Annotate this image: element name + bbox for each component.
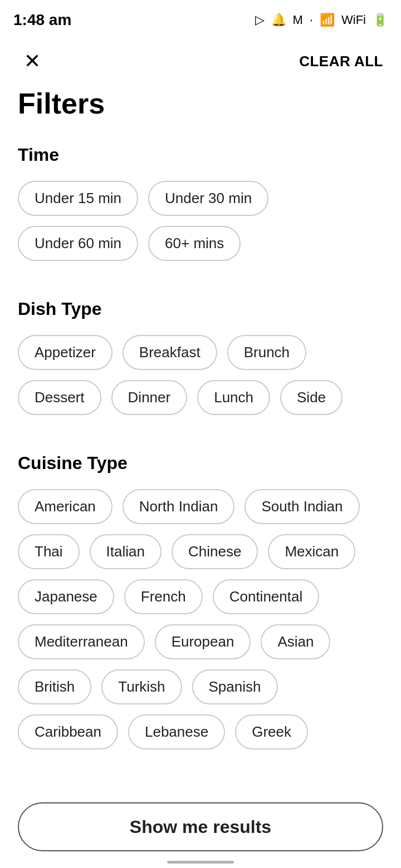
chip-mediterranean[interactable]: Mediterranean: [18, 624, 145, 659]
header: ✕ CLEAR ALL: [0, 40, 401, 87]
chip-under-15-min[interactable]: Under 15 min: [18, 181, 138, 216]
chip-caribbean[interactable]: Caribbean: [18, 714, 118, 749]
chip-japanese[interactable]: Japanese: [18, 579, 114, 614]
dish-type-section: Dish Type Appetizer Breakfast Brunch Des…: [0, 288, 401, 425]
chip-breakfast[interactable]: Breakfast: [123, 335, 217, 370]
chip-chinese[interactable]: Chinese: [172, 534, 258, 569]
status-bar: 1:48 am ▷ 🔔 M · 📶 WiFi 🔋: [0, 0, 401, 40]
dot-icon: ·: [310, 13, 313, 27]
chip-european[interactable]: European: [155, 624, 251, 659]
signal-icon: 📶: [320, 13, 335, 27]
show-results-button[interactable]: Show me results: [18, 802, 383, 851]
chip-dinner[interactable]: Dinner: [111, 380, 188, 415]
wifi-icon: WiFi: [341, 13, 366, 27]
chip-lunch[interactable]: Lunch: [197, 380, 270, 415]
dish-type-chips-row: Appetizer Breakfast Brunch Dessert Dinne…: [18, 335, 383, 415]
battery-icon: 🔋: [373, 13, 388, 27]
close-button[interactable]: ✕: [18, 47, 47, 76]
chip-south-indian[interactable]: South Indian: [244, 489, 359, 524]
chip-spanish[interactable]: Spanish: [192, 669, 278, 704]
time-chips-row: Under 15 min Under 30 min Under 60 min 6…: [18, 181, 383, 261]
chip-greek[interactable]: Greek: [235, 714, 308, 749]
home-indicator: [167, 861, 234, 864]
video-icon: ▷: [255, 13, 265, 27]
chip-dessert[interactable]: Dessert: [18, 380, 101, 415]
status-time: 1:48 am: [13, 11, 71, 29]
chip-brunch[interactable]: Brunch: [227, 335, 306, 370]
chip-american[interactable]: American: [18, 489, 113, 524]
cuisine-type-section: Cuisine Type American North Indian South…: [0, 442, 401, 760]
chip-french[interactable]: French: [124, 579, 203, 614]
chip-under-30-min[interactable]: Under 30 min: [148, 181, 268, 216]
cuisine-chips-row: American North Indian South Indian Thai …: [18, 489, 383, 749]
time-section: Time Under 15 min Under 30 min Under 60 …: [0, 134, 401, 271]
page-title: Filters: [0, 87, 401, 134]
chip-side[interactable]: Side: [280, 380, 343, 415]
bottom-bar: Show me results: [0, 802, 401, 851]
chip-mexican[interactable]: Mexican: [268, 534, 355, 569]
close-icon: ✕: [24, 50, 41, 73]
chip-lebanese[interactable]: Lebanese: [128, 714, 225, 749]
status-icons: ▷ 🔔 M · 📶 WiFi 🔋: [255, 13, 388, 27]
notification-icon: 🔔: [271, 13, 286, 27]
cuisine-type-section-title: Cuisine Type: [18, 453, 383, 474]
chip-60-plus-mins[interactable]: 60+ mins: [148, 226, 241, 261]
chip-appetizer[interactable]: Appetizer: [18, 335, 113, 370]
chip-thai[interactable]: Thai: [18, 534, 80, 569]
chip-turkish[interactable]: Turkish: [101, 669, 182, 704]
clear-all-button[interactable]: CLEAR ALL: [299, 53, 383, 70]
chip-british[interactable]: British: [18, 669, 91, 704]
email-icon: M: [293, 13, 303, 27]
chip-italian[interactable]: Italian: [90, 534, 162, 569]
chip-continental[interactable]: Continental: [213, 579, 320, 614]
chip-under-60-min[interactable]: Under 60 min: [18, 226, 138, 261]
chip-north-indian[interactable]: North Indian: [123, 489, 235, 524]
time-section-title: Time: [18, 145, 383, 165]
dish-type-section-title: Dish Type: [18, 299, 383, 319]
chip-asian[interactable]: Asian: [261, 624, 330, 659]
